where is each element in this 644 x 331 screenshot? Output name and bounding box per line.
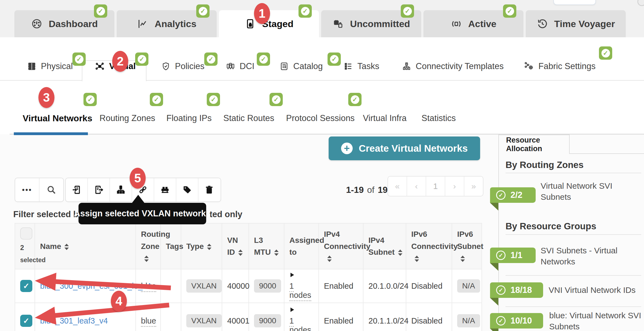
partial-top-button[interactable] <box>553 0 596 5</box>
resource-allocation-tab[interactable]: Resource Allocation <box>498 135 570 154</box>
tab-label: Dashboard <box>49 19 98 29</box>
create-virtual-networks-button[interactable]: + Create Virtual Networks <box>329 136 480 160</box>
tab-connectivity-templates[interactable]: Connectivity Templates <box>402 57 504 76</box>
column-header-l3-mtu[interactable]: L3 MTU <box>249 223 284 269</box>
pagination-controls: « ‹ 1 › » <box>388 176 483 196</box>
column-header-routing-zone[interactable]: Routing Zone <box>136 223 161 269</box>
routing-zone-link[interactable]: blue <box>141 282 156 292</box>
export-button[interactable] <box>88 178 110 201</box>
status-check-badge <box>503 4 516 18</box>
server-stack-icon <box>27 61 37 71</box>
status-check-badge <box>83 93 97 106</box>
subtab-label: Static Routes <box>223 113 274 123</box>
sort-icon[interactable] <box>274 249 279 256</box>
column-label: Type <box>186 242 204 251</box>
sort-icon[interactable] <box>327 256 332 262</box>
sort-icon[interactable] <box>207 244 211 250</box>
uncommitted-icon <box>332 18 344 30</box>
selection-header: 2 selected <box>15 223 35 269</box>
sort-icon[interactable] <box>415 256 419 262</box>
resource-count: 10/10 <box>511 316 532 326</box>
first-page-button[interactable]: « <box>388 177 407 196</box>
subtab-static-routes[interactable]: Static Routes <box>223 111 274 126</box>
virtual-networks-table: 2 selected Name Routing Zone Tags Type V… <box>15 223 482 331</box>
tab-time-voyager[interactable]: Time Voyager <box>526 10 626 37</box>
vn-name-link[interactable]: blue_301_leaf3_v4 <box>40 316 108 325</box>
assigned-to-cell: 1 nodes <box>284 269 319 303</box>
ipv4-connectivity-cell: Enabled <box>319 303 363 331</box>
sort-icon[interactable] <box>460 256 465 262</box>
tab-physical[interactable]: Physical <box>27 57 73 76</box>
routing-zone-link[interactable]: blue <box>141 316 156 327</box>
ipv4-connectivity-value: Enabled <box>324 282 353 290</box>
subtab-virtual-infra[interactable]: Virtual Infra <box>363 111 407 126</box>
column-header-ipv4-connectivity[interactable]: IPv4 Connectivity <box>319 223 363 269</box>
last-page-button[interactable]: » <box>464 177 483 196</box>
pagination-summary: 1-19 of 19 <box>346 178 388 202</box>
subtab-routing-zones[interactable]: Routing Zones <box>100 111 155 126</box>
prev-page-button[interactable]: ‹ <box>407 177 426 196</box>
status-check-badge <box>599 46 612 60</box>
type-badge: VXLAN <box>186 279 222 293</box>
select-all-checkbox[interactable] <box>20 227 32 240</box>
column-header-ipv4-subnet[interactable]: IPv4 Subnet <box>363 223 406 269</box>
status-check-badge <box>257 52 270 66</box>
resource-ribbon[interactable]: 10/10 <box>490 313 543 329</box>
ipv6-subnet-badge: N/A <box>457 314 480 327</box>
assigned-nodes-link[interactable]: 1 nodes <box>289 316 311 331</box>
more-actions-button[interactable]: ••• <box>15 178 40 201</box>
subtab-virtual-networks[interactable]: Virtual Networks <box>23 111 92 126</box>
datacenter-icon <box>226 61 235 71</box>
next-page-button[interactable]: › <box>445 177 464 196</box>
tab-label: Fabric Settings <box>538 61 596 71</box>
resource-ribbon[interactable]: 18/18 <box>490 282 543 298</box>
check-icon <box>75 55 83 64</box>
sort-icon[interactable] <box>238 249 243 256</box>
tab-dci[interactable]: DCI <box>226 57 254 76</box>
resource-ribbon[interactable]: 1/1 <box>490 248 536 263</box>
row-checkbox-checked[interactable] <box>20 315 32 327</box>
vn-name-link[interactable]: blue_300_evpn_esi_001_le_v4 <box>40 282 151 290</box>
resource-ribbon[interactable]: 2/2 <box>490 187 536 203</box>
column-header-type[interactable]: Type <box>181 223 222 269</box>
selected-only-label-partial[interactable]: ted only <box>210 209 242 219</box>
tab-fabric-settings[interactable]: Fabric Settings <box>524 57 596 76</box>
expand-caret-icon[interactable] <box>290 308 294 312</box>
assign-rack-button[interactable] <box>154 178 176 201</box>
tab-tasks[interactable]: Tasks <box>343 57 379 76</box>
resource-count: 2/2 <box>511 190 522 200</box>
vn-id-cell: 40000 <box>222 269 249 303</box>
ipv4-connectivity-cell: Enabled <box>319 269 363 303</box>
search-button[interactable] <box>40 178 63 201</box>
ipv4-subnet-cell: 20.1.1.0/24 <box>363 303 406 331</box>
panel-rule <box>506 306 641 307</box>
column-header-name[interactable]: Name <box>35 223 136 269</box>
ipv6-connectivity-cell: Disabled <box>406 269 452 303</box>
expand-caret-icon[interactable] <box>290 273 294 277</box>
subtab-protocol-sessions[interactable]: Protocol Sessions <box>286 111 355 126</box>
delete-button[interactable] <box>198 178 220 201</box>
selected-label: selected <box>20 255 31 265</box>
column-header-assigned-to[interactable]: Assigned to <box>284 223 319 269</box>
subtab-statistics[interactable]: Statistics <box>422 111 456 126</box>
page-range: 1-19 <box>346 185 364 195</box>
sort-icon[interactable] <box>64 244 69 250</box>
by-routing-zones-heading: By Routing Zones <box>506 160 583 170</box>
import-button[interactable] <box>66 178 88 201</box>
tag-button[interactable] <box>176 178 198 201</box>
column-header-ipv6-connectivity[interactable]: IPv6 Connectivity <box>406 223 452 269</box>
column-header-vn-id[interactable]: VN ID <box>222 223 249 269</box>
row-checkbox-checked[interactable] <box>20 280 32 292</box>
tab-label: Uncommitted <box>350 19 410 29</box>
sort-icon[interactable] <box>398 249 402 256</box>
assign-nodes-button[interactable] <box>110 178 132 201</box>
subtab-label: Protocol Sessions <box>286 113 355 123</box>
sort-icon[interactable] <box>144 256 149 262</box>
subtab-floating-ips[interactable]: Floating IPs <box>166 111 212 126</box>
assigned-nodes-link[interactable]: 1 nodes <box>289 282 311 301</box>
annotation-step-4: 4 <box>111 291 127 312</box>
page-number[interactable]: 1 <box>426 177 445 196</box>
tab-policies[interactable]: Policies <box>161 57 205 76</box>
tab-catalog[interactable]: Catalog <box>279 57 323 76</box>
network-nodes-icon <box>95 61 105 72</box>
